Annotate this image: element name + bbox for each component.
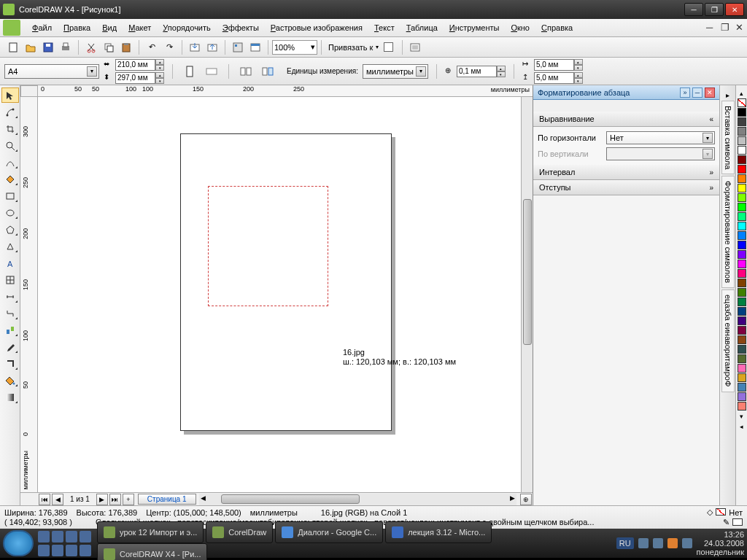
spacing-section-header[interactable]: Интервал» bbox=[533, 165, 719, 180]
menu-view[interactable]: Вид bbox=[96, 21, 123, 34]
horiz-align-combo[interactable]: Нет▾ bbox=[606, 131, 715, 144]
table-tool[interactable] bbox=[1, 272, 19, 287]
color-swatch[interactable] bbox=[738, 326, 746, 335]
menu-layout[interactable]: Макет bbox=[123, 21, 157, 34]
docker-collapse-button[interactable]: » bbox=[680, 88, 690, 98]
clock[interactable]: 13:26 24.03.2008 понедельник bbox=[697, 530, 744, 556]
tray-icon[interactable] bbox=[653, 538, 663, 548]
color-swatch[interactable] bbox=[738, 222, 746, 230]
dup-x-input[interactable] bbox=[534, 59, 574, 71]
redo-button[interactable]: ↷ bbox=[161, 39, 177, 55]
ql-icon[interactable] bbox=[38, 545, 50, 556]
mdi-minimize-button[interactable]: ─ bbox=[706, 23, 715, 32]
menu-effects[interactable]: Эффекты bbox=[217, 21, 265, 34]
color-swatch[interactable] bbox=[738, 250, 746, 259]
tray-icon[interactable] bbox=[667, 538, 678, 548]
smart-fill-tool[interactable] bbox=[1, 171, 19, 187]
app-launcher-button[interactable] bbox=[230, 39, 246, 55]
ql-icon[interactable] bbox=[38, 531, 50, 542]
menu-edit[interactable]: Правка bbox=[58, 21, 96, 34]
color-swatch[interactable] bbox=[738, 345, 746, 354]
paper-size-combo[interactable]: A4▾ bbox=[4, 64, 99, 79]
interactive-blend-tool[interactable] bbox=[1, 322, 19, 338]
ruler-origin[interactable] bbox=[20, 85, 38, 97]
canvas[interactable]: 16.jpg ш.: 120,103 мм; в.: 120,103 мм bbox=[38, 97, 521, 492]
ql-icon[interactable] bbox=[80, 545, 91, 556]
color-swatch[interactable] bbox=[738, 373, 746, 382]
import-button[interactable] bbox=[187, 39, 203, 55]
ellipse-tool[interactable] bbox=[1, 205, 19, 220]
snap-checkbox[interactable] bbox=[384, 42, 393, 52]
menu-help[interactable]: Справка bbox=[535, 21, 578, 34]
color-swatch[interactable] bbox=[738, 402, 746, 411]
nudge-input[interactable] bbox=[457, 66, 497, 77]
vertical-scrollbar[interactable] bbox=[521, 97, 533, 492]
units-combo[interactable]: миллиметры▾ bbox=[363, 64, 428, 79]
portrait-button[interactable] bbox=[182, 63, 198, 79]
open-button[interactable] bbox=[23, 39, 39, 55]
task-button[interactable]: CorelDRAW X4 - [Ри... bbox=[97, 543, 207, 560]
color-swatch[interactable] bbox=[738, 335, 746, 344]
task-button[interactable]: CorelDraw bbox=[206, 521, 273, 543]
basic-shapes-tool[interactable] bbox=[1, 238, 19, 254]
freehand-tool[interactable] bbox=[1, 155, 19, 170]
tray-icon[interactable] bbox=[638, 538, 649, 548]
color-swatch[interactable] bbox=[738, 231, 746, 240]
next-page-button[interactable]: ▶ bbox=[96, 494, 108, 505]
color-swatch[interactable] bbox=[738, 279, 746, 287]
start-button[interactable] bbox=[3, 530, 34, 556]
fill-indicator[interactable] bbox=[716, 508, 726, 516]
copy-button[interactable] bbox=[101, 39, 117, 55]
color-swatch[interactable] bbox=[738, 316, 746, 325]
connector-tool[interactable] bbox=[1, 306, 19, 321]
import-placement-rect[interactable] bbox=[208, 186, 328, 306]
dup-y-input[interactable] bbox=[534, 72, 574, 84]
color-swatch[interactable] bbox=[738, 136, 746, 145]
ql-icon[interactable] bbox=[66, 531, 77, 542]
ql-icon[interactable] bbox=[80, 531, 91, 542]
page-height-input[interactable] bbox=[115, 72, 155, 84]
fill-tool[interactable] bbox=[1, 373, 19, 388]
menu-window[interactable]: Окно bbox=[505, 21, 535, 34]
minimize-button[interactable]: ─ bbox=[684, 3, 703, 16]
color-swatch[interactable] bbox=[738, 117, 746, 126]
welcome-button[interactable] bbox=[247, 39, 263, 55]
color-swatch[interactable] bbox=[738, 288, 746, 297]
menu-table[interactable]: Таблица bbox=[400, 21, 444, 34]
color-swatch[interactable] bbox=[738, 108, 746, 117]
color-swatch[interactable] bbox=[738, 260, 746, 268]
color-swatch[interactable] bbox=[738, 174, 746, 183]
ql-icon[interactable] bbox=[52, 545, 63, 556]
text-tool[interactable]: A bbox=[1, 255, 19, 271]
para-formatting-tab[interactable]: ецазба еинаворитамроФ bbox=[721, 289, 735, 392]
color-swatch[interactable] bbox=[738, 383, 746, 392]
menu-arrange[interactable]: Упорядочить bbox=[157, 21, 216, 34]
ql-icon[interactable] bbox=[66, 545, 77, 556]
app-menu-icon[interactable] bbox=[3, 20, 20, 36]
outline-tool[interactable] bbox=[1, 356, 19, 371]
menu-file[interactable]: Файл bbox=[26, 21, 58, 34]
no-color-swatch[interactable] bbox=[738, 98, 746, 107]
mdi-restore-button[interactable]: ❐ bbox=[721, 23, 729, 32]
navigator-button[interactable]: ⊕ bbox=[520, 494, 532, 505]
menu-bitmaps[interactable]: Растровые изображения bbox=[265, 21, 368, 34]
docker-tab-arrow[interactable]: ▸ bbox=[726, 91, 729, 99]
eyedropper-tool[interactable] bbox=[1, 339, 19, 354]
zoom-combo[interactable]: ▾ bbox=[272, 40, 317, 55]
paste-button[interactable] bbox=[118, 39, 134, 55]
cut-button[interactable] bbox=[83, 39, 99, 55]
page-width-input[interactable] bbox=[115, 59, 155, 71]
char-formatting-tab[interactable]: Форматирование символов bbox=[721, 176, 735, 288]
polygon-tool[interactable] bbox=[1, 222, 19, 237]
mdi-close-button[interactable]: ✕ bbox=[735, 23, 744, 32]
color-swatch[interactable] bbox=[738, 127, 746, 136]
insert-symbol-tab[interactable]: Вставка символа bbox=[721, 101, 735, 174]
menu-text[interactable]: Текст bbox=[368, 21, 400, 34]
print-button[interactable] bbox=[58, 39, 74, 55]
color-swatch[interactable] bbox=[738, 155, 746, 164]
zoom-tool[interactable] bbox=[1, 138, 19, 153]
color-swatch[interactable] bbox=[738, 392, 746, 401]
options-button[interactable] bbox=[407, 39, 423, 55]
horizontal-scrollbar[interactable]: ◀ ▶ bbox=[199, 494, 516, 505]
add-page-button[interactable]: + bbox=[123, 494, 134, 505]
